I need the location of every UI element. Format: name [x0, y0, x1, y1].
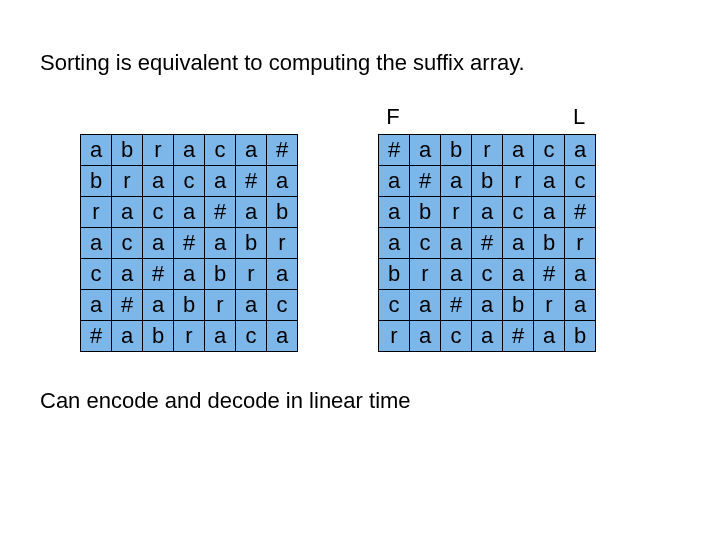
- rotations-cell: r: [174, 321, 205, 352]
- sorted-cell: a: [503, 228, 534, 259]
- rotations-table: abraca#braca#araca#abaca#abrca#abraa#abr…: [80, 134, 298, 352]
- sorted-cell: a: [410, 290, 441, 321]
- sorted-cell: r: [565, 228, 596, 259]
- rotations-cell: c: [143, 197, 174, 228]
- rotations-cell: b: [112, 135, 143, 166]
- sorted-cell: b: [410, 197, 441, 228]
- rotations-cell: #: [81, 321, 112, 352]
- sorted-row: ca#abra: [379, 290, 596, 321]
- rotations-cell: c: [267, 290, 298, 321]
- rotations-cell: a: [112, 197, 143, 228]
- tables-row: abraca#braca#araca#abaca#abrca#abraa#abr…: [80, 104, 680, 352]
- sorted-cell: a: [441, 259, 472, 290]
- sorted-cell: c: [441, 321, 472, 352]
- sorted-cell: b: [472, 166, 503, 197]
- sorted-cell: r: [534, 290, 565, 321]
- rotations-cell: a: [205, 321, 236, 352]
- rotations-cell: #: [267, 135, 298, 166]
- rotations-cell: #: [236, 166, 267, 197]
- rotations-cell: b: [236, 228, 267, 259]
- rotations-cell: a: [267, 259, 298, 290]
- sorted-row: braca#a: [379, 259, 596, 290]
- sorted-cell: a: [379, 166, 410, 197]
- sorted-cell: a: [472, 321, 503, 352]
- sorted-cell: c: [379, 290, 410, 321]
- bottom-sentence: Can encode and decode in linear time: [40, 388, 680, 414]
- rotations-cell: a: [143, 228, 174, 259]
- sorted-cell: a: [472, 290, 503, 321]
- sorted-cell: a: [379, 228, 410, 259]
- sorted-row: a#abrac: [379, 166, 596, 197]
- rotations-table-wrap: abraca#braca#araca#abaca#abrca#abraa#abr…: [80, 104, 298, 352]
- rotations-cell: b: [267, 197, 298, 228]
- rotations-cell: #: [205, 197, 236, 228]
- sorted-cell: a: [503, 259, 534, 290]
- sorted-cell: b: [565, 321, 596, 352]
- rotations-cell: b: [174, 290, 205, 321]
- sorted-row: #abraca: [379, 135, 596, 166]
- sorted-cell: a: [534, 166, 565, 197]
- first-column-label: F: [378, 104, 408, 130]
- rotations-cell: c: [205, 135, 236, 166]
- rotations-row: #abraca: [81, 321, 298, 352]
- sorted-cell: a: [534, 197, 565, 228]
- rotations-cell: a: [174, 259, 205, 290]
- rotations-cell: c: [112, 228, 143, 259]
- rotations-cell: a: [236, 197, 267, 228]
- rotations-cell: a: [143, 166, 174, 197]
- rotations-cell: #: [174, 228, 205, 259]
- sorted-cell: a: [472, 197, 503, 228]
- rotations-cell: a: [143, 290, 174, 321]
- rotations-cell: b: [81, 166, 112, 197]
- sorted-rotations-table: #abracaa#abracabraca#aca#abrbraca#aca#ab…: [378, 134, 596, 352]
- sorted-cell: a: [565, 290, 596, 321]
- sorted-cell: #: [410, 166, 441, 197]
- rotations-cell: r: [143, 135, 174, 166]
- rotations-cell: a: [174, 197, 205, 228]
- sorted-cell: b: [534, 228, 565, 259]
- rotations-cell: a: [205, 228, 236, 259]
- sorted-cell: c: [410, 228, 441, 259]
- sorted-cell: a: [565, 135, 596, 166]
- sorted-cell: a: [441, 166, 472, 197]
- sorted-cell: a: [410, 321, 441, 352]
- rotations-cell: a: [112, 321, 143, 352]
- rotations-cell: a: [236, 135, 267, 166]
- sorted-cell: a: [410, 135, 441, 166]
- rotations-cell: c: [174, 166, 205, 197]
- rotations-row: raca#ab: [81, 197, 298, 228]
- sorted-cell: r: [379, 321, 410, 352]
- rotations-cell: c: [81, 259, 112, 290]
- sorted-cell: a: [441, 228, 472, 259]
- sorted-cell: #: [565, 197, 596, 228]
- rotations-cell: r: [112, 166, 143, 197]
- sorted-cell: a: [379, 197, 410, 228]
- rotations-cell: r: [81, 197, 112, 228]
- sorted-cell: a: [534, 321, 565, 352]
- sorted-cell: c: [503, 197, 534, 228]
- sorted-cell: b: [379, 259, 410, 290]
- rotations-cell: b: [205, 259, 236, 290]
- sorted-cell: a: [565, 259, 596, 290]
- sorted-cell: r: [410, 259, 441, 290]
- sorted-cell: a: [503, 135, 534, 166]
- sorted-cell: c: [565, 166, 596, 197]
- top-sentence: Sorting is equivalent to computing the s…: [40, 50, 680, 76]
- rotations-cell: c: [236, 321, 267, 352]
- sorted-cell: r: [503, 166, 534, 197]
- sorted-row: abraca#: [379, 197, 596, 228]
- sorted-cell: #: [441, 290, 472, 321]
- rotations-cell: a: [267, 166, 298, 197]
- sorted-row: raca#ab: [379, 321, 596, 352]
- rotations-cell: a: [81, 290, 112, 321]
- rotations-cell: a: [174, 135, 205, 166]
- sorted-cell: b: [441, 135, 472, 166]
- rotations-cell: r: [267, 228, 298, 259]
- rotations-cell: r: [236, 259, 267, 290]
- sorted-table-wrap: F L #abracaa#abracabraca#aca#abrbraca#ac…: [378, 104, 596, 352]
- rotations-cell: r: [205, 290, 236, 321]
- sorted-cell: #: [534, 259, 565, 290]
- sorted-cell: #: [503, 321, 534, 352]
- last-column-label: L: [564, 104, 594, 130]
- rotations-row: ca#abra: [81, 259, 298, 290]
